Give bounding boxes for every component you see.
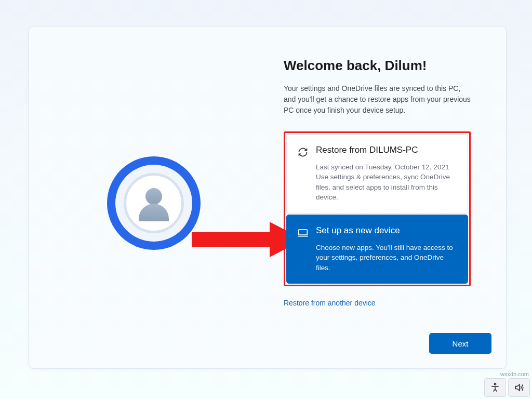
user-avatar [107, 156, 201, 250]
oobe-panel: Welcome back, Dilum! Your settings and O… [29, 26, 507, 369]
illustration-column [29, 26, 278, 368]
next-button[interactable]: Next [429, 333, 491, 354]
restore-another-device-link[interactable]: Restore from another device [284, 299, 486, 307]
svg-point-3 [494, 383, 496, 385]
annotation-highlight-box: Restore from DILUMS-PC Last synced on Tu… [284, 131, 471, 286]
system-tray [484, 378, 530, 397]
accessibility-button[interactable] [484, 378, 506, 397]
page-subtitle: Your settings and OneDrive files are syn… [284, 83, 471, 116]
option-restore-desc: Use settings & preferences, sync OneDriv… [316, 172, 457, 203]
option-new-device[interactable]: Set up as new device Choose new apps. Yo… [286, 215, 468, 284]
content-column: Welcome back, Dilum! Your settings and O… [284, 26, 486, 368]
device-icon [297, 227, 309, 238]
option-new-title: Set up as new device [316, 224, 400, 237]
person-icon [145, 188, 162, 205]
watermark-text: wsxdn.com [500, 371, 529, 377]
accessibility-icon [490, 382, 500, 393]
option-restore-from-pc[interactable]: Restore from DILUMS-PC Last synced on Tu… [286, 134, 468, 214]
volume-icon [514, 382, 524, 393]
volume-button[interactable] [508, 378, 530, 397]
svg-rect-1 [299, 230, 308, 235]
option-restore-synced: Last synced on Tuesday, October 12, 2021 [316, 162, 457, 172]
option-new-desc: Choose new apps. You'll still have acces… [316, 243, 457, 273]
page-title: Welcome back, Dilum! [284, 58, 486, 74]
option-restore-title: Restore from DILUMS-PC [316, 144, 418, 157]
sync-icon [297, 147, 309, 158]
